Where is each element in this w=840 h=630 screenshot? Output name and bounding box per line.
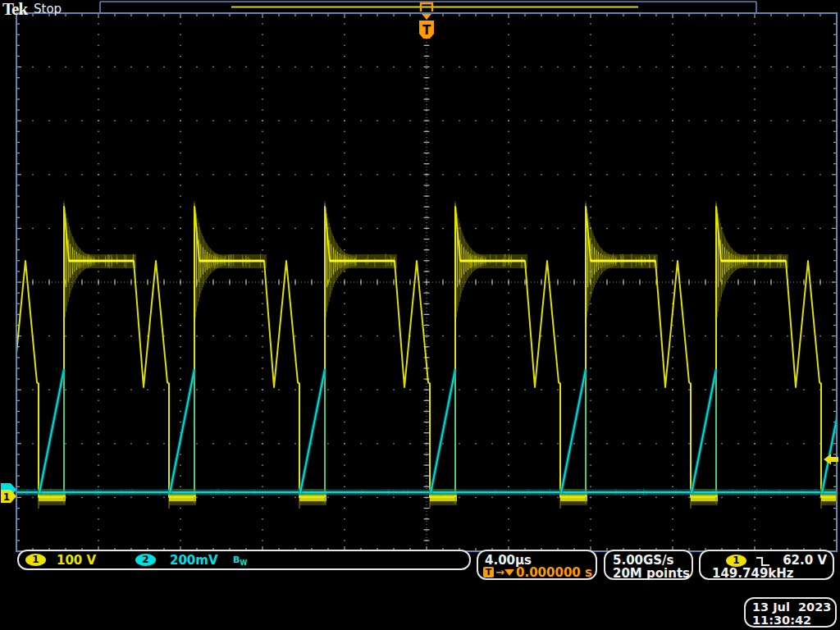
graticule bbox=[17, 14, 836, 550]
ch2-bandwidth-limit-icon: BW bbox=[233, 555, 247, 567]
trigger-time: 0.000000 s bbox=[516, 565, 592, 580]
date-label: 13 Jul 2023 bbox=[752, 600, 831, 614]
waveform-traces bbox=[0, 201, 840, 509]
channel-readout-box[interactable]: 1 100 V 2 200mV BW bbox=[17, 550, 471, 570]
acquisition-preview-bar bbox=[100, 2, 756, 13]
datetime-box: 13 Jul 2023 11:30:42 bbox=[744, 597, 837, 628]
acquisition-readout-box[interactable]: 5.00GS/s 20M points bbox=[604, 550, 693, 580]
triangle-down-icon bbox=[504, 569, 514, 576]
ch1-scale: 100 V bbox=[57, 553, 96, 568]
ch2-badge[interactable]: 2 bbox=[135, 554, 156, 566]
record-length: 20M points bbox=[613, 566, 690, 581]
acquisition-status: Stop bbox=[34, 2, 62, 16]
trigger-readout-box[interactable]: 1 62.0 V 149.749kHz bbox=[699, 550, 834, 580]
ch1-badge[interactable]: 1 bbox=[25, 554, 46, 566]
tek-logo: Tek bbox=[2, 0, 27, 20]
time-label: 11:30:42 bbox=[752, 614, 811, 627]
arrow-right-icon: → bbox=[495, 566, 504, 578]
trigger-source-badge: 1 bbox=[726, 555, 746, 567]
svg-text:T: T bbox=[422, 23, 431, 38]
horizontal-readout-box[interactable]: 4.00µs T → 0.000000 s bbox=[477, 550, 597, 580]
ch2-scale: 200mV bbox=[170, 553, 218, 568]
waveform-display: T1 bbox=[0, 0, 840, 630]
svg-text:1: 1 bbox=[3, 491, 10, 503]
trigger-position-marker[interactable]: T bbox=[419, 14, 434, 39]
oscilloscope-screen: T1 Tek Stop 1 100 V 2 200mV BW 4.00µs T … bbox=[0, 0, 840, 630]
trigger-frequency: 149.749kHz bbox=[712, 566, 794, 581]
trigger-time-icon: T bbox=[483, 567, 494, 578]
